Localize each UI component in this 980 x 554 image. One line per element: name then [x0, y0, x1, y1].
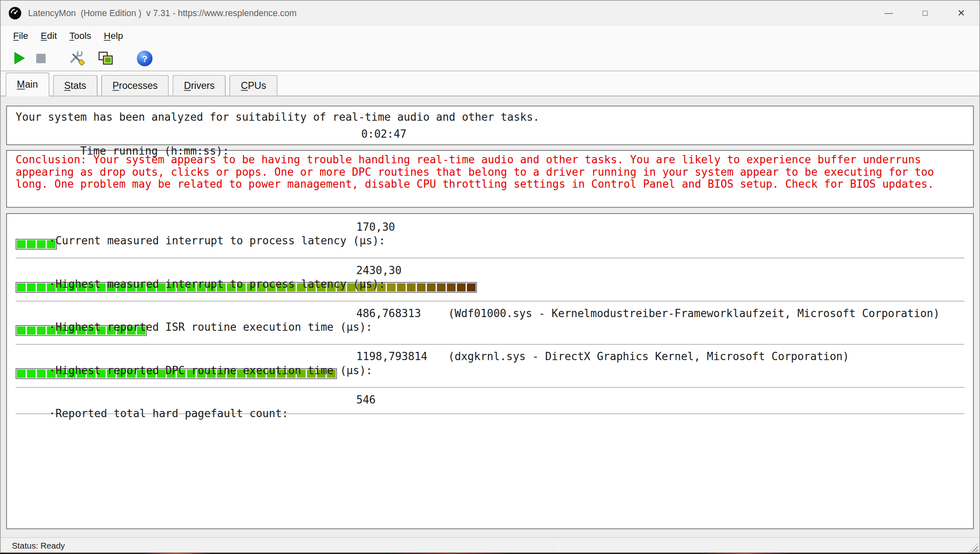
- time-running-row: Time running (h:mm:ss): 0:02:47: [16, 126, 964, 143]
- copy-report-button[interactable]: [98, 51, 114, 66]
- separator: [16, 301, 964, 302]
- resize-grip[interactable]: [969, 543, 978, 552]
- close-button[interactable]: ×: [943, 0, 980, 26]
- stop-monitor-button[interactable]: [36, 53, 46, 63]
- play-icon: [14, 52, 25, 64]
- options-button[interactable]: [69, 50, 86, 66]
- status-bar: Status: Ready: [1, 537, 980, 553]
- separator: [16, 344, 964, 345]
- help-button[interactable]: ?: [137, 50, 152, 66]
- menu-item-tools[interactable]: Tools: [63, 28, 98, 44]
- tab-stats[interactable]: Stats: [53, 75, 98, 96]
- separator: [16, 258, 964, 258]
- minimize-icon: —: [885, 8, 893, 18]
- menu-bar: File Edit Tools Help: [1, 26, 980, 45]
- tab-drivers[interactable]: Drivers: [173, 75, 226, 96]
- stat-label: ·Reported total hard pagefault count:: [49, 407, 288, 420]
- maximize-icon: □: [923, 8, 928, 18]
- stop-icon: [36, 53, 46, 63]
- tab-cpus[interactable]: CPUs: [230, 75, 278, 96]
- analyzed-line: Your system has been analyzed for suitab…: [16, 109, 964, 126]
- time-running-value: 0:02:47: [361, 126, 407, 143]
- summary-panel: Your system has been analyzed for suitab…: [6, 106, 974, 145]
- stat-label: ·Highest reported DPC routine execution …: [49, 364, 373, 376]
- title-bar[interactable]: LatencyMon (Home Edition ) v 7.31 - http…: [1, 1, 980, 26]
- tools-icon: [69, 50, 86, 66]
- copy-icon: [98, 51, 114, 66]
- maximize-button[interactable]: □: [907, 0, 943, 26]
- status-pane-divider: [559, 540, 559, 551]
- stat-label: ·Highest reported ISR routine execution …: [49, 321, 373, 333]
- stat-value: 170,30: [356, 220, 395, 234]
- minimize-button[interactable]: —: [871, 0, 907, 26]
- tab-main[interactable]: Main: [6, 72, 49, 96]
- menu-item-help[interactable]: Help: [98, 28, 129, 44]
- stat-row-pagefault-count: ·Reported total hard pagefault count: 54…: [16, 393, 964, 414]
- stat-value: 1198,793814: [356, 350, 427, 363]
- stat-row-isr-time: ·Highest reported ISR routine execution …: [16, 306, 964, 344]
- close-icon: ×: [958, 6, 965, 20]
- status-text: Status: Ready: [12, 541, 65, 551]
- help-icon: ?: [137, 50, 152, 66]
- tab-strip: Main Stats Processes Drivers CPUs: [1, 71, 980, 96]
- stat-detail: (dxgkrnl.sys - DirectX Graphics Kernel, …: [448, 350, 849, 363]
- separator: [16, 387, 964, 388]
- tab-processes[interactable]: Processes: [101, 75, 169, 96]
- menu-item-edit[interactable]: Edit: [34, 28, 63, 44]
- window-title: LatencyMon (Home Edition ) v 7.31 - http…: [28, 8, 297, 18]
- latencymon-window: LatencyMon (Home Edition ) v 7.31 - http…: [0, 0, 980, 553]
- window-controls: — □ ×: [871, 0, 979, 26]
- toolbar-separator: [57, 50, 58, 67]
- stat-row-dpc-time: ·Highest reported DPC routine execution …: [16, 350, 964, 388]
- stat-label: ·Highest measured interrupt to process l…: [49, 278, 385, 290]
- stat-value: 546: [356, 393, 376, 406]
- stat-value: 486,768313: [356, 306, 421, 320]
- menu-item-file[interactable]: File: [7, 28, 35, 44]
- main-page: Your system has been analyzed for suitab…: [1, 96, 980, 537]
- toolbar-separator: [125, 50, 126, 67]
- stat-label: ·Current measured interrupt to process l…: [49, 234, 385, 247]
- screen: LatencyMon (Home Edition ) v 7.31 - http…: [0, 0, 980, 554]
- time-running-label: Time running (h:mm:ss):: [80, 144, 229, 157]
- stat-value: 2430,30: [356, 263, 402, 277]
- stat-detail: (Wdf01000.sys - Kernelmodustreiber-Frame…: [448, 306, 940, 320]
- toolbar: ?: [1, 45, 980, 71]
- stats-panel: ·Current measured interrupt to process l…: [6, 213, 974, 529]
- start-monitor-button[interactable]: [14, 52, 25, 64]
- latencymon-logo-icon: [8, 6, 22, 19]
- stat-row-current-latency: ·Current measured interrupt to process l…: [16, 220, 964, 258]
- stat-row-highest-latency: ·Highest measured interrupt to process l…: [16, 263, 964, 301]
